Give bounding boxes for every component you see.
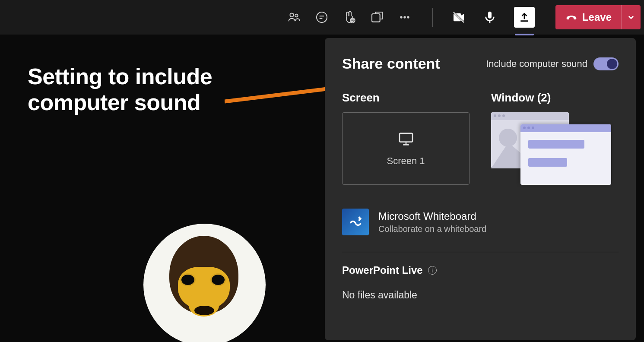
share-active-indicator [515,34,534,35]
svg-point-2 [317,12,327,22]
no-files-text: No files available [342,289,619,301]
info-icon[interactable]: i [428,266,437,275]
rooms-icon[interactable] [370,10,384,24]
hangup-icon [565,11,578,24]
mic-icon[interactable] [483,10,497,24]
meeting-top-bar: Leave [0,0,644,35]
svg-point-0 [290,13,294,17]
svg-point-5 [353,19,354,20]
screen-tile-label: Screen 1 [387,155,425,167]
window-tile[interactable] [491,112,619,185]
leave-options-button[interactable] [622,5,641,29]
reactions-icon[interactable] [343,10,356,24]
svg-point-9 [407,16,409,18]
toolbar-divider [432,8,433,27]
more-icon[interactable] [398,10,412,24]
include-sound-row: Include computer sound [486,57,619,70]
whiteboard-option[interactable]: Microsoft Whiteboard Collaborate on a wh… [342,209,619,235]
toolbar-icons [287,10,424,24]
leave-label: Leave [582,11,612,23]
chat-icon[interactable] [315,10,329,24]
svg-rect-12 [488,12,492,19]
powerpoint-live-label: PowerPoint Live [342,264,423,276]
leave-button[interactable]: Leave [555,5,622,29]
people-icon[interactable] [287,10,301,24]
include-sound-toggle[interactable] [593,57,619,70]
share-panel-title: Share content [342,55,440,72]
svg-rect-15 [400,133,412,142]
annotation-text: Setting to include computer sound [28,64,212,116]
annotation-line1: Setting to include [28,64,212,90]
whiteboard-title: Microsoft Whiteboard [378,210,486,222]
svg-point-7 [400,16,402,18]
svg-point-8 [403,16,406,18]
panel-divider [342,252,619,252]
screen-section-label: Screen [342,91,470,104]
whiteboard-icon [342,209,369,235]
window-section-label: Window (2) [491,91,619,104]
share-content-panel: Share content Include computer sound Scr… [325,38,636,340]
camera-off-icon[interactable] [452,10,466,24]
leave-button-group: Leave [555,5,641,29]
media-controls [441,7,545,28]
participant-avatar [143,224,266,342]
annotation-line2: computer sound [28,90,212,116]
svg-rect-6 [372,14,380,22]
monitor-icon [397,130,415,148]
include-sound-label: Include computer sound [486,58,587,70]
share-button[interactable] [514,7,535,28]
svg-point-1 [295,14,298,17]
screen-tile-1[interactable]: Screen 1 [342,112,470,185]
whiteboard-subtitle: Collaborate on a whiteboard [378,224,486,234]
svg-point-4 [351,19,352,20]
